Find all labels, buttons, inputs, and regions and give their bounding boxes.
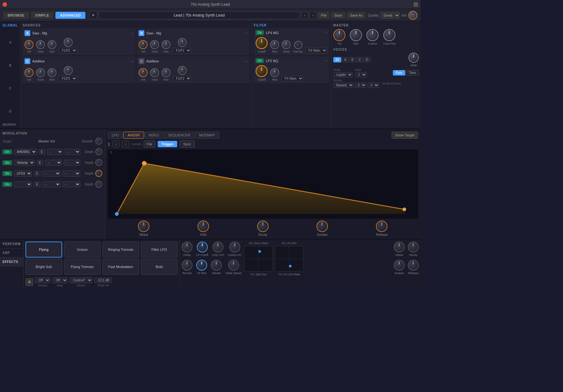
source-b-f1f2-knob[interactable] xyxy=(178,38,187,47)
source-b-arrows[interactable]: ‹ › xyxy=(245,32,248,35)
source-c-arrows[interactable]: ‹ › xyxy=(131,60,134,63)
perf-pad-flying[interactable]: Flying xyxy=(25,242,62,258)
master-vol-knob[interactable] xyxy=(408,11,417,20)
lfo-file-button[interactable]: File xyxy=(144,141,155,148)
mod2-on-button[interactable]: On xyxy=(3,160,12,165)
master-pan-knob[interactable] xyxy=(350,29,362,41)
filter2-arrows[interactable]: ‹ › xyxy=(324,59,327,62)
filter2-on-button[interactable]: On xyxy=(256,58,264,63)
source-d-arrows[interactable]: ‹ › xyxy=(245,60,248,63)
smooth-knob[interactable] xyxy=(95,138,102,145)
octave-select[interactable]: Off xyxy=(35,277,50,283)
release-knob[interactable] xyxy=(376,221,387,232)
perf-pad-unison[interactable]: Unison xyxy=(64,242,101,258)
voices-d-button[interactable]: D xyxy=(364,57,371,62)
source-a-tune-knob[interactable] xyxy=(36,40,45,49)
sustain-knob[interactable] xyxy=(316,221,328,232)
mod1-dash1-select[interactable]: - xyxy=(47,149,63,155)
source-a-vol-knob[interactable] xyxy=(25,40,33,49)
master-coarse-knob[interactable] xyxy=(366,29,379,41)
priority-num1[interactable]: 2 xyxy=(355,83,366,88)
preset-dropdown-button[interactable]: ▾ xyxy=(89,11,97,19)
tab-ahdsr[interactable]: AHDSR xyxy=(123,132,144,139)
mod3-on-button[interactable]: On xyxy=(3,171,12,176)
mod2-dash1-select[interactable]: - xyxy=(45,160,62,166)
gear-button[interactable]: ⚙ xyxy=(25,278,33,286)
mod3-dash1-select[interactable]: - xyxy=(42,171,60,177)
filter1-drive-knob[interactable] xyxy=(282,40,291,49)
menv-sustain-knob[interactable] xyxy=(394,260,405,271)
menv-decay-knob[interactable] xyxy=(408,242,419,252)
simple-button[interactable]: SIMPLE xyxy=(31,12,54,19)
mod1-depth-knob[interactable] xyxy=(95,148,102,155)
source-c-f1f2-knob[interactable] xyxy=(64,66,73,75)
source-c-tune-knob[interactable] xyxy=(36,68,45,77)
lp-cutoff-knob[interactable] xyxy=(197,242,208,252)
trigger-button[interactable]: Trigger xyxy=(158,141,177,147)
voices-all-button[interactable]: All xyxy=(333,57,341,62)
mod2-dash2-select[interactable]: - xyxy=(64,160,80,166)
lfo-next-button[interactable]: › xyxy=(122,141,129,148)
xy-pad1[interactable] xyxy=(244,246,273,272)
source-a-f1f2-knob[interactable] xyxy=(64,38,73,47)
menv-release-knob[interactable] xyxy=(408,260,419,271)
priority-select[interactable]: Newest xyxy=(333,83,354,88)
tab-lfo[interactable]: LFO xyxy=(108,132,123,139)
lfo-prev-button[interactable]: ‹ xyxy=(112,141,119,148)
file-button[interactable]: File xyxy=(318,12,330,19)
mod2-source-select[interactable]: Velocity xyxy=(14,160,35,166)
filter2-fxmain-select[interactable]: FX Main xyxy=(282,76,303,81)
lp-res-knob[interactable] xyxy=(196,260,207,271)
source-d-f1f2-select[interactable]: F1/F2 xyxy=(173,76,191,81)
master-vol-knob[interactable] xyxy=(333,29,345,41)
mod4-on-button[interactable]: On xyxy=(3,182,12,187)
hold-knob[interactable] xyxy=(198,221,209,232)
filter1-on-button[interactable]: On xyxy=(256,30,264,35)
wheel-select[interactable]: Control7 xyxy=(69,277,92,283)
save-as-button[interactable]: Save As xyxy=(347,12,366,19)
filter2-cutoff-knob[interactable] xyxy=(256,65,268,77)
mod3-depth-knob[interactable] xyxy=(95,170,102,177)
voices-c-button[interactable]: C xyxy=(356,57,363,62)
mod1-on-button[interactable]: On xyxy=(3,149,12,154)
source-c-pan-knob[interactable] xyxy=(47,68,56,77)
perform-tab-effects[interactable]: EFFECTS xyxy=(0,258,23,266)
source-a-f1f2-select[interactable]: F1/F2 xyxy=(59,48,77,53)
delay-knob[interactable] xyxy=(182,242,192,252)
mod4-depth-knob[interactable] xyxy=(95,181,102,188)
show-target-button[interactable]: Show Target xyxy=(392,132,418,139)
sync-button[interactable]: Sync xyxy=(180,141,194,148)
time-button[interactable]: Time xyxy=(406,70,419,76)
browse-button[interactable]: BROWSE xyxy=(3,12,29,19)
rate-select[interactable]: Off xyxy=(52,277,68,283)
xy-pad2[interactable] xyxy=(275,246,303,272)
rate-button[interactable]: Rate xyxy=(393,70,405,76)
prev-preset-button[interactable]: ‹ xyxy=(301,12,308,19)
mod4-dash1-select[interactable]: - xyxy=(42,181,60,187)
mod2-e-button[interactable]: E xyxy=(37,160,43,165)
master-tunefine-knob[interactable] xyxy=(383,29,395,41)
tab-modmap[interactable]: MODMAP xyxy=(195,132,219,139)
source-c-f1f2-select[interactable]: F1/F2 xyxy=(59,76,77,81)
perf-pad-bold[interactable]: Bold xyxy=(141,259,177,275)
source-d-pan-knob[interactable] xyxy=(162,68,170,77)
glide-speed-knob[interactable] xyxy=(228,260,239,271)
mod3-e-button[interactable]: E xyxy=(34,171,40,176)
mod4-dash2-select[interactable]: - xyxy=(62,181,80,187)
source-d-f1f2-knob[interactable] xyxy=(178,66,187,75)
source-a-pan-knob[interactable] xyxy=(47,40,56,49)
mod4-source-select[interactable] xyxy=(14,181,32,187)
tab-mseg[interactable]: MSEG xyxy=(145,132,163,139)
master-glide-knob[interactable] xyxy=(408,53,419,63)
unison-ac-knob[interactable] xyxy=(229,242,240,252)
mode-select[interactable]: Legato xyxy=(333,72,353,77)
filter1-fxmain-select[interactable]: FX Main xyxy=(306,48,327,53)
amp-lfo-knob[interactable] xyxy=(213,242,223,252)
mod1-dash2-select[interactable]: - xyxy=(65,149,80,155)
save-button[interactable]: Save xyxy=(331,12,345,19)
source-a-arrows[interactable]: ‹ › xyxy=(131,32,134,35)
source-d-tune-knob[interactable] xyxy=(150,68,159,77)
reverb-knob[interactable] xyxy=(182,260,192,271)
filter1-arrows[interactable]: ‹ › xyxy=(324,31,327,34)
voices-a-button[interactable]: A xyxy=(342,57,349,62)
